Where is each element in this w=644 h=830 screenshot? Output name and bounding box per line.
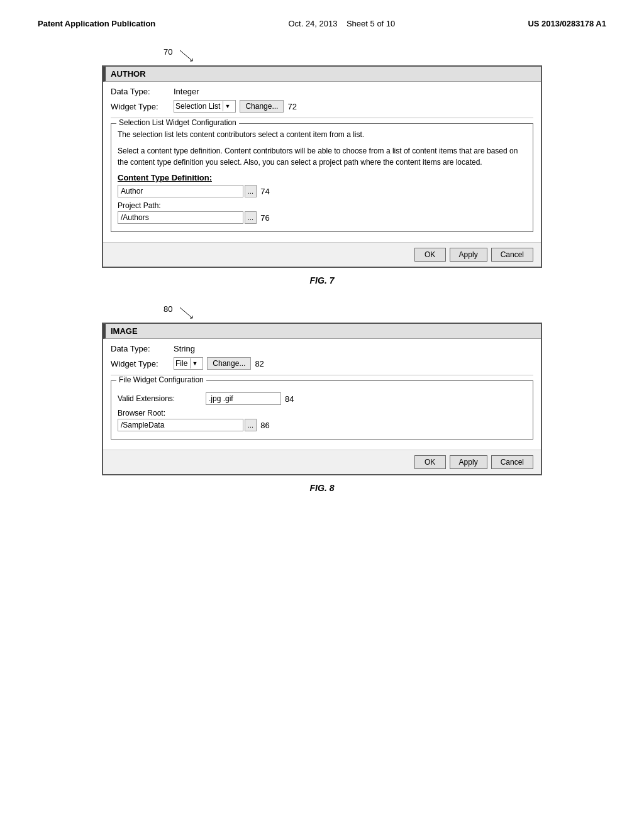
fig8-widget-select[interactable]: File ▼ [174,357,203,370]
fig7-project-path-section: Project Path: ... 76 [118,201,526,224]
fig8-widget-type-label: Widget Type: [111,359,174,368]
fig8-browser-root-browse-btn[interactable]: ... [245,419,257,431]
figures-area: 70 AUTHOR Data Type: Integer Wid [13,35,631,524]
fig8-wrapper: 80 IMAGE Data Type: String Widge [50,304,594,493]
fig8-dropdown-arrow-icon[interactable]: ▼ [190,358,199,368]
fig7-dialog-body: Data Type: Integer Widget Type: Selectio… [103,82,541,242]
fig8-change-button[interactable]: Change... [207,357,251,370]
fig8-data-type-label: Data Type: [111,344,174,353]
fig8-config-group-title: File Widget Configuration [116,375,206,384]
fig7-annotation-72: 72 [287,102,296,111]
fig7-number: 70 [164,47,172,57]
fig7-content-type-label: Content Type Definition: [118,173,526,182]
fig8-dialog: IMAGE Data Type: String Widget Type: Fil… [102,323,542,475]
fig8-dialog-title: IMAGE [103,324,541,339]
fig7-label: FIG. 7 [50,275,594,285]
fig7-widget-select-value: Selection List [175,102,220,111]
fig8-browser-root-field-row: ... 86 [118,419,526,431]
fig7-data-type-value: Integer [174,87,199,96]
fig7-dialog-title: AUTHOR [103,67,541,82]
fig8-valid-ext-input[interactable] [206,392,281,405]
fig7-author-input[interactable] [118,185,243,197]
fig8-cancel-button[interactable]: Cancel [491,455,533,469]
fig7-authors-field-row: ... 76 [118,211,526,224]
fig8-number-label: 80 [164,304,594,320]
fig8-valid-ext-section: Valid Extensions: 84 [118,392,526,405]
fig7-author-browse-btn[interactable]: ... [245,185,257,197]
header-center: Oct. 24, 2013 Sheet 5 of 10 [288,19,395,28]
fig7-change-button[interactable]: Change... [240,100,284,113]
fig8-apply-button[interactable]: Apply [450,455,487,469]
fig7-annotation-76: 76 [260,213,269,223]
fig8-number: 80 [164,304,172,314]
fig8-dialog-body: Data Type: String Widget Type: File ▼ Ch… [103,339,541,450]
fig7-widget-type-label: Widget Type: [111,102,174,111]
header-right: US 2013/0283178 A1 [528,19,606,28]
header-date: Oct. 24, 2013 [288,19,337,28]
fig7-wrapper: 70 AUTHOR Data Type: Integer Wid [50,47,594,285]
fig8-data-type-row: Data Type: String [111,344,533,353]
fig7-annotation-74: 74 [260,187,269,196]
fig8-annotation-84: 84 [285,394,294,404]
fig8-valid-ext-label: Valid Extensions: [118,394,206,403]
header-left: Patent Application Publication [38,19,155,28]
fig7-cancel-button[interactable]: Cancel [491,248,533,262]
fig8-arrow-icon [174,304,205,320]
fig7-author-field-row: ... 74 [118,185,526,197]
fig7-number-label: 70 [164,47,594,63]
fig7-data-type-row: Data Type: Integer [111,87,533,96]
svg-line-1 [180,307,192,318]
fig7-data-type-label: Data Type: [111,87,174,96]
dropdown-arrow-icon[interactable]: ▼ [223,101,231,111]
fig7-dialog-footer: OK Apply Cancel [103,242,541,267]
page-header: Patent Application Publication Oct. 24, … [13,13,631,35]
fig7-widget-select[interactable]: Selection List ▼ [174,100,236,113]
fig7-authors-browse-btn[interactable]: ... [245,211,257,224]
header-sheet: Sheet 5 of 10 [347,19,395,28]
fig7-config-group: Selection List Widget Configuration The … [111,123,533,232]
fig7-content-type-section: Content Type Definition: ... 74 [118,173,526,197]
fig8-ok-button[interactable]: OK [414,455,446,469]
fig7-config-group-title: Selection List Widget Configuration [116,118,239,127]
svg-line-0 [180,50,192,61]
fig8-widget-select-value: File [175,359,187,368]
fig7-widget-type-row: Widget Type: Selection List ▼ Change... … [111,100,533,113]
fig8-browser-root-label: Browser Root: [118,409,526,418]
fig7-desc1: The selection list lets content contribu… [118,129,526,140]
fig7-apply-button[interactable]: Apply [450,248,487,262]
fig7-authors-input[interactable] [118,211,243,224]
fig7-arrow-icon [174,47,205,63]
fig7-project-path-label: Project Path: [118,201,526,210]
fig7-ok-button[interactable]: OK [414,248,446,262]
fig8-label: FIG. 8 [50,483,594,493]
fig7-desc2: Select a content type definition. Conten… [118,145,526,168]
fig7-dialog: AUTHOR Data Type: Integer Widget Type: S… [102,65,542,268]
fig8-data-type-value: String [174,344,195,353]
fig8-browser-root-input[interactable] [118,419,243,431]
fig8-config-group: File Widget Configuration Valid Extensio… [111,380,533,440]
fig8-browser-root-section: Browser Root: ... 86 [118,409,526,431]
fig8-annotation-82: 82 [255,359,264,368]
fig8-annotation-86: 86 [260,421,269,430]
fig8-valid-ext-row: Valid Extensions: 84 [118,392,526,405]
fig8-dialog-footer: OK Apply Cancel [103,450,541,474]
fig8-widget-type-row: Widget Type: File ▼ Change... 82 [111,357,533,370]
